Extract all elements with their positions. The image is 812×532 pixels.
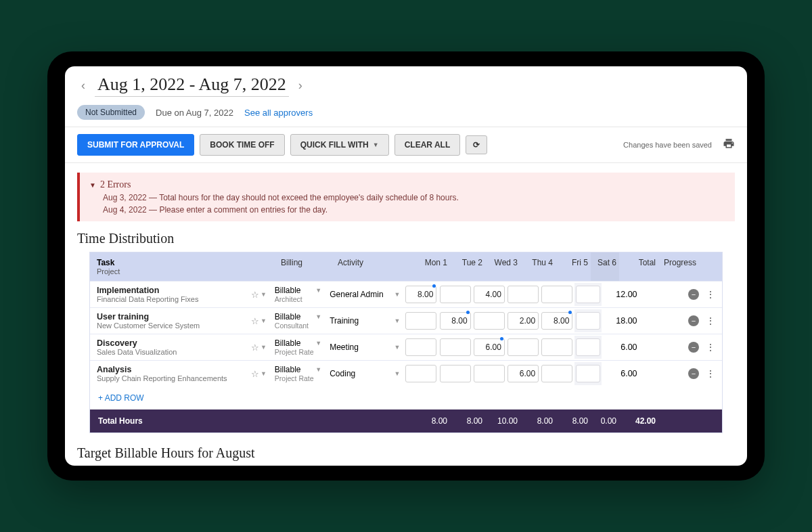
- book-time-off-button[interactable]: BOOK TIME OFF: [200, 134, 284, 156]
- comment-dot-icon: [432, 284, 436, 288]
- hours-input[interactable]: [474, 365, 505, 382]
- kebab-icon[interactable]: ⋮: [706, 315, 715, 326]
- chevron-down-icon[interactable]: ▼: [394, 344, 400, 351]
- status-badge: Not Submitted: [77, 105, 145, 120]
- clear-all-button[interactable]: CLEAR ALL: [394, 134, 461, 156]
- table-row: DiscoverySales Data Visualization☆▼Billa…: [90, 334, 722, 360]
- hours-input[interactable]: [440, 286, 471, 303]
- hours-input[interactable]: [405, 286, 436, 303]
- star-icon[interactable]: ☆: [251, 369, 259, 379]
- chevron-down-icon[interactable]: ▼: [315, 340, 321, 347]
- kebab-icon[interactable]: ⋮: [706, 368, 715, 379]
- remove-row-icon[interactable]: −: [688, 315, 699, 326]
- chevron-down-icon[interactable]: ▼: [261, 344, 267, 351]
- error-line: Aug 4, 2022 — Please enter a comment on …: [103, 205, 725, 215]
- total-day: 8.00: [556, 409, 591, 433]
- task-name: Implementation: [97, 286, 240, 295]
- remove-row-icon[interactable]: −: [688, 368, 699, 379]
- chevron-down-icon: ▼: [373, 141, 379, 148]
- hours-input[interactable]: [440, 338, 471, 356]
- print-icon[interactable]: [723, 137, 735, 152]
- activity-value: Coding: [330, 369, 355, 378]
- errors-title: 2 Errors: [100, 179, 131, 190]
- star-icon[interactable]: ☆: [251, 342, 259, 353]
- hours-input[interactable]: [541, 338, 572, 356]
- quick-fill-label: QUICK FILL WITH: [300, 140, 369, 150]
- star-icon[interactable]: ☆: [251, 316, 259, 326]
- hours-input-sat[interactable]: [576, 312, 600, 330]
- hours-input-sat[interactable]: [576, 338, 600, 356]
- billing-value: Billable: [275, 365, 301, 374]
- chevron-down-icon[interactable]: ▼: [315, 287, 321, 294]
- hours-input[interactable]: [440, 312, 471, 330]
- hours-input[interactable]: [405, 365, 436, 382]
- hours-input[interactable]: [508, 286, 539, 303]
- remove-row-icon[interactable]: −: [688, 342, 699, 353]
- hours-input-sat[interactable]: [576, 286, 600, 303]
- chevron-down-icon[interactable]: ▼: [394, 291, 400, 298]
- hours-input[interactable]: [541, 312, 572, 330]
- comment-dot-icon: [466, 311, 470, 314]
- submit-button[interactable]: SUBMIT FOR APPROVAL: [77, 134, 194, 156]
- task-name: User training: [97, 312, 240, 322]
- hours-input[interactable]: [508, 365, 539, 382]
- col-day: Tue 2: [450, 252, 485, 281]
- hours-input[interactable]: [405, 312, 436, 330]
- chevron-down-icon[interactable]: ▼: [315, 366, 321, 373]
- next-week-icon[interactable]: ›: [294, 76, 307, 95]
- see-approvers-link[interactable]: See all approvers: [244, 108, 313, 118]
- hours-input[interactable]: [474, 286, 505, 303]
- total-day: 8.00: [450, 409, 485, 433]
- hours-input[interactable]: [440, 365, 471, 382]
- refresh-button[interactable]: ⟳: [466, 135, 487, 154]
- billing-value: Billable: [275, 338, 301, 348]
- col-billing: Billing: [277, 252, 334, 281]
- rate-value: Project Rate: [275, 348, 321, 356]
- col-activity: Activity: [334, 252, 415, 281]
- total-day-sat: 0.00: [591, 409, 619, 433]
- hours-input-sat[interactable]: [576, 365, 600, 382]
- chevron-down-icon[interactable]: ▼: [89, 181, 96, 189]
- hours-input[interactable]: [508, 338, 539, 356]
- col-total: Total: [619, 252, 660, 281]
- prev-week-icon[interactable]: ‹: [77, 76, 89, 95]
- billing-value: Billable: [275, 286, 301, 295]
- kebab-icon[interactable]: ⋮: [706, 289, 715, 300]
- comment-dot-icon: [568, 311, 572, 314]
- table-row: ImplementationFinancial Data Reporting F…: [90, 281, 722, 307]
- hours-input[interactable]: [405, 338, 436, 356]
- col-day: Fri 5: [556, 252, 591, 281]
- quick-fill-button[interactable]: QUICK FILL WITH ▼: [290, 134, 389, 156]
- task-name: Analysis: [97, 365, 240, 374]
- section-title-billable: Target Billable Hours for August: [65, 433, 747, 461]
- total-day: 10.00: [485, 409, 520, 433]
- project-name: Financial Data Reporting Fixes: [97, 295, 240, 303]
- chevron-down-icon[interactable]: ▼: [315, 313, 321, 320]
- col-day: Mon 1: [415, 252, 450, 281]
- activity-value: Training: [330, 316, 359, 326]
- error-line: Aug 3, 2022 — Total hours for the day sh…: [103, 193, 725, 202]
- add-row-link[interactable]: + ADD ROW: [90, 386, 722, 409]
- total-day: 8.00: [415, 409, 450, 433]
- totals-label: Total Hours: [90, 409, 415, 433]
- row-total: 18.00: [602, 316, 641, 326]
- kebab-icon[interactable]: ⋮: [706, 342, 715, 353]
- col-day-sat: Sat 6: [591, 252, 619, 281]
- section-title: Time Distribution: [65, 231, 747, 252]
- remove-row-icon[interactable]: −: [688, 289, 699, 300]
- hours-input[interactable]: [541, 286, 572, 303]
- chevron-down-icon[interactable]: ▼: [394, 370, 400, 377]
- activity-value: General Admin: [330, 290, 383, 299]
- star-icon[interactable]: ☆: [251, 290, 259, 300]
- hours-input[interactable]: [508, 312, 539, 330]
- chevron-down-icon[interactable]: ▼: [261, 370, 267, 377]
- activity-value: Meeting: [330, 342, 359, 352]
- chevron-down-icon[interactable]: ▼: [261, 317, 267, 324]
- hours-input[interactable]: [474, 338, 505, 356]
- hours-input[interactable]: [541, 365, 572, 382]
- hours-input[interactable]: [474, 312, 505, 330]
- col-task: Task: [97, 258, 246, 267]
- table-row: AnalysisSupply Chain Reporting Enhanceme…: [90, 360, 722, 386]
- chevron-down-icon[interactable]: ▼: [261, 291, 267, 298]
- chevron-down-icon[interactable]: ▼: [394, 317, 400, 324]
